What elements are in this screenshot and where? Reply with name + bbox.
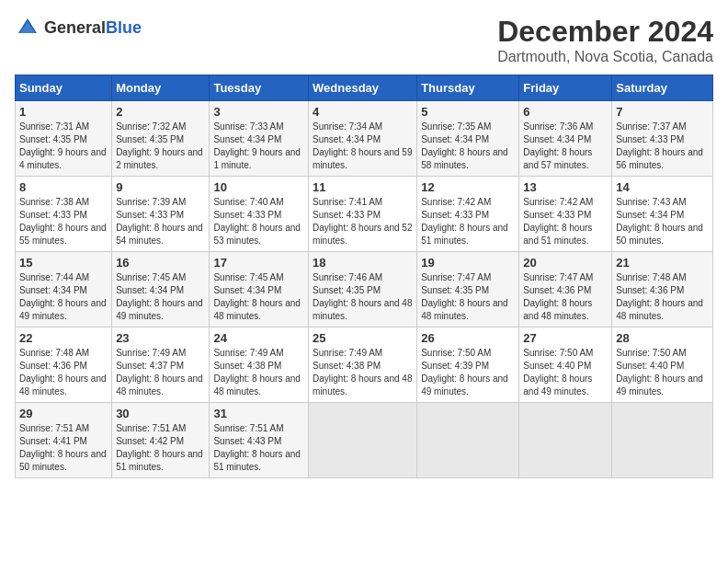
calendar-cell: 26 Sunrise: 7:50 AM Sunset: 4:39 PM Dayl…: [417, 327, 519, 403]
header: GeneralBlue December 2024 Dartmouth, Nov…: [15, 15, 713, 65]
calendar-cell: 27 Sunrise: 7:50 AM Sunset: 4:40 PM Dayl…: [519, 327, 612, 403]
title-area: December 2024 Dartmouth, Nova Scotia, Ca…: [497, 15, 713, 65]
day-info: Sunrise: 7:38 AM Sunset: 4:33 PM Dayligh…: [19, 196, 108, 247]
weekday-header: Friday: [519, 75, 612, 101]
day-info: Sunrise: 7:34 AM Sunset: 4:34 PM Dayligh…: [313, 121, 413, 172]
calendar-cell: 28 Sunrise: 7:50 AM Sunset: 4:40 PM Dayl…: [612, 327, 713, 403]
day-info: Sunrise: 7:49 AM Sunset: 4:37 PM Dayligh…: [116, 347, 205, 398]
day-number: 15: [19, 256, 108, 270]
calendar-cell: 24 Sunrise: 7:49 AM Sunset: 4:38 PM Dayl…: [210, 327, 309, 403]
day-info: Sunrise: 7:51 AM Sunset: 4:43 PM Dayligh…: [213, 422, 304, 474]
day-number: 4: [313, 105, 413, 119]
calendar-cell: 4 Sunrise: 7:34 AM Sunset: 4:34 PM Dayli…: [309, 101, 417, 177]
day-info: Sunrise: 7:46 AM Sunset: 4:35 PM Dayligh…: [313, 271, 413, 323]
day-info: Sunrise: 7:51 AM Sunset: 4:42 PM Dayligh…: [116, 422, 205, 474]
day-info: Sunrise: 7:48 AM Sunset: 4:36 PM Dayligh…: [19, 347, 108, 398]
calendar-cell: 12 Sunrise: 7:42 AM Sunset: 4:33 PM Dayl…: [417, 177, 519, 252]
calendar-cell: 14 Sunrise: 7:43 AM Sunset: 4:34 PM Dayl…: [612, 177, 713, 252]
calendar-cell: 2 Sunrise: 7:32 AM Sunset: 4:35 PM Dayli…: [112, 101, 210, 177]
calendar-week-row: 22 Sunrise: 7:48 AM Sunset: 4:36 PM Dayl…: [16, 327, 713, 403]
day-number: 6: [523, 105, 608, 119]
day-info: Sunrise: 7:37 AM Sunset: 4:33 PM Dayligh…: [616, 121, 709, 172]
day-info: Sunrise: 7:47 AM Sunset: 4:35 PM Dayligh…: [421, 271, 515, 323]
weekday-header: Saturday: [612, 75, 713, 101]
logo-text: GeneralBlue: [44, 18, 142, 38]
day-info: Sunrise: 7:50 AM Sunset: 4:40 PM Dayligh…: [523, 347, 608, 398]
calendar-week-row: 1 Sunrise: 7:31 AM Sunset: 4:35 PM Dayli…: [16, 101, 713, 177]
calendar-cell: 10 Sunrise: 7:40 AM Sunset: 4:33 PM Dayl…: [210, 177, 309, 252]
calendar-week-row: 15 Sunrise: 7:44 AM Sunset: 4:34 PM Dayl…: [16, 252, 713, 327]
day-info: Sunrise: 7:43 AM Sunset: 4:34 PM Dayligh…: [616, 196, 709, 247]
calendar-cell: 22 Sunrise: 7:48 AM Sunset: 4:36 PM Dayl…: [16, 327, 112, 403]
calendar-cell: 30 Sunrise: 7:51 AM Sunset: 4:42 PM Dayl…: [112, 403, 210, 478]
calendar-cell: [612, 403, 713, 478]
day-number: 17: [213, 256, 304, 270]
day-info: Sunrise: 7:42 AM Sunset: 4:33 PM Dayligh…: [523, 196, 608, 247]
day-number: 18: [313, 256, 413, 270]
day-info: Sunrise: 7:32 AM Sunset: 4:35 PM Dayligh…: [116, 121, 205, 172]
calendar-cell: 1 Sunrise: 7:31 AM Sunset: 4:35 PM Dayli…: [16, 101, 112, 177]
weekday-header: Wednesday: [309, 75, 417, 101]
calendar-cell: 11 Sunrise: 7:41 AM Sunset: 4:33 PM Dayl…: [309, 177, 417, 252]
day-number: 7: [616, 105, 709, 119]
calendar-cell: 6 Sunrise: 7:36 AM Sunset: 4:34 PM Dayli…: [519, 101, 612, 177]
day-info: Sunrise: 7:50 AM Sunset: 4:40 PM Dayligh…: [616, 347, 709, 398]
logo: GeneralBlue: [15, 15, 142, 40]
calendar-cell: 15 Sunrise: 7:44 AM Sunset: 4:34 PM Dayl…: [16, 252, 112, 327]
day-number: 27: [523, 331, 608, 345]
calendar-cell: [519, 403, 612, 478]
day-number: 14: [616, 180, 709, 194]
day-info: Sunrise: 7:47 AM Sunset: 4:36 PM Dayligh…: [523, 271, 608, 323]
day-info: Sunrise: 7:49 AM Sunset: 4:38 PM Dayligh…: [313, 347, 413, 398]
calendar-cell: [309, 403, 417, 478]
day-number: 21: [616, 256, 709, 270]
calendar-cell: 13 Sunrise: 7:42 AM Sunset: 4:33 PM Dayl…: [519, 177, 612, 252]
weekday-header: Tuesday: [210, 75, 309, 101]
calendar-table: SundayMondayTuesdayWednesdayThursdayFrid…: [15, 75, 713, 478]
day-number: 5: [421, 105, 515, 119]
day-number: 16: [116, 256, 205, 270]
day-number: 2: [116, 105, 205, 119]
day-info: Sunrise: 7:42 AM Sunset: 4:33 PM Dayligh…: [421, 196, 515, 247]
weekday-header: Sunday: [16, 75, 112, 101]
day-number: 13: [523, 180, 608, 194]
day-number: 24: [213, 331, 304, 345]
day-number: 8: [19, 180, 108, 194]
day-number: 9: [116, 180, 205, 194]
day-number: 23: [116, 331, 205, 345]
header-row: SundayMondayTuesdayWednesdayThursdayFrid…: [16, 75, 713, 101]
day-info: Sunrise: 7:39 AM Sunset: 4:33 PM Dayligh…: [116, 196, 205, 247]
weekday-header: Thursday: [417, 75, 519, 101]
day-info: Sunrise: 7:31 AM Sunset: 4:35 PM Dayligh…: [19, 121, 108, 172]
calendar-week-row: 8 Sunrise: 7:38 AM Sunset: 4:33 PM Dayli…: [16, 177, 713, 252]
day-info: Sunrise: 7:36 AM Sunset: 4:34 PM Dayligh…: [523, 121, 608, 172]
calendar-body: 1 Sunrise: 7:31 AM Sunset: 4:35 PM Dayli…: [16, 101, 713, 478]
calendar-cell: 31 Sunrise: 7:51 AM Sunset: 4:43 PM Dayl…: [210, 403, 309, 478]
calendar-cell: 21 Sunrise: 7:48 AM Sunset: 4:36 PM Dayl…: [612, 252, 713, 327]
calendar-week-row: 29 Sunrise: 7:51 AM Sunset: 4:41 PM Dayl…: [16, 403, 713, 478]
day-number: 22: [19, 331, 108, 345]
calendar-cell: 18 Sunrise: 7:46 AM Sunset: 4:35 PM Dayl…: [309, 252, 417, 327]
day-info: Sunrise: 7:41 AM Sunset: 4:33 PM Dayligh…: [313, 196, 413, 247]
calendar-cell: 5 Sunrise: 7:35 AM Sunset: 4:34 PM Dayli…: [417, 101, 519, 177]
day-number: 19: [421, 256, 515, 270]
calendar-cell: 17 Sunrise: 7:45 AM Sunset: 4:34 PM Dayl…: [210, 252, 309, 327]
calendar-cell: [417, 403, 519, 478]
day-number: 30: [116, 407, 205, 420]
day-info: Sunrise: 7:50 AM Sunset: 4:39 PM Dayligh…: [421, 347, 515, 398]
day-info: Sunrise: 7:48 AM Sunset: 4:36 PM Dayligh…: [616, 271, 709, 323]
day-info: Sunrise: 7:35 AM Sunset: 4:34 PM Dayligh…: [421, 121, 515, 172]
day-number: 12: [421, 180, 515, 194]
day-number: 26: [421, 331, 515, 345]
calendar-cell: 23 Sunrise: 7:49 AM Sunset: 4:37 PM Dayl…: [112, 327, 210, 403]
calendar-cell: 29 Sunrise: 7:51 AM Sunset: 4:41 PM Dayl…: [16, 403, 112, 478]
day-number: 10: [213, 180, 304, 194]
calendar-cell: 16 Sunrise: 7:45 AM Sunset: 4:34 PM Dayl…: [112, 252, 210, 327]
calendar-cell: 3 Sunrise: 7:33 AM Sunset: 4:34 PM Dayli…: [210, 101, 309, 177]
day-info: Sunrise: 7:44 AM Sunset: 4:34 PM Dayligh…: [19, 271, 108, 323]
calendar-cell: 25 Sunrise: 7:49 AM Sunset: 4:38 PM Dayl…: [309, 327, 417, 403]
day-number: 29: [19, 407, 108, 420]
calendar-cell: 7 Sunrise: 7:37 AM Sunset: 4:33 PM Dayli…: [612, 101, 713, 177]
day-info: Sunrise: 7:45 AM Sunset: 4:34 PM Dayligh…: [116, 271, 205, 323]
day-info: Sunrise: 7:49 AM Sunset: 4:38 PM Dayligh…: [213, 347, 304, 398]
